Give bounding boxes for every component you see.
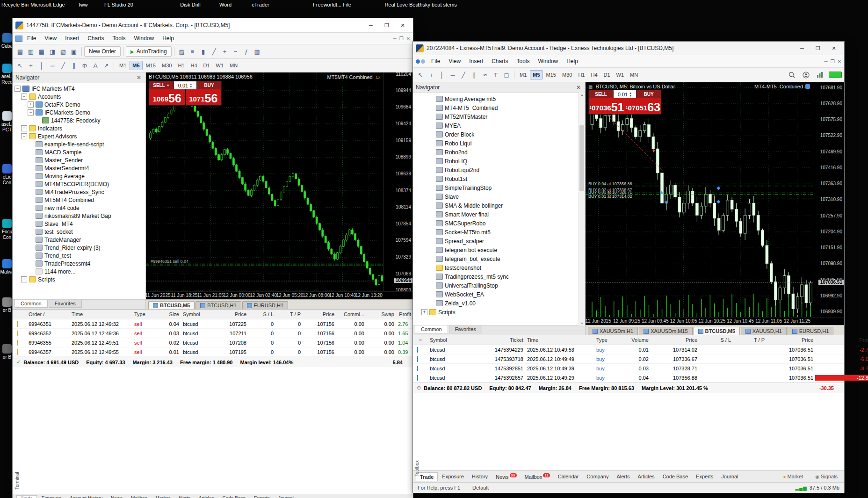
mt5-chart-tab-xauusd-h1[interactable]: XAUUSD,H1 bbox=[741, 327, 787, 335]
lot-stepper-icon[interactable]: ▲▼ bbox=[629, 92, 632, 97]
mt4-nav-item-master-sender[interactable]: Master_Sender bbox=[14, 156, 139, 164]
mt4-nav-item-mt4mt5copier-demo[interactable]: MT4MT5COPIER(DEMO) bbox=[14, 180, 139, 188]
column-header-symbol[interactable]: Symbol bbox=[181, 311, 216, 317]
column-header-type[interactable]: Type bbox=[594, 337, 621, 343]
mt4-terminal-tab-mailbox[interactable]: Mailbox bbox=[127, 495, 151, 498]
mt5-titlebar[interactable]: 207224084 - Exness-MT5Trial9: Demo Accou… bbox=[413, 42, 844, 55]
table-row[interactable]: btcusd14753942292025.06.12 10:49:53buy0.… bbox=[413, 345, 844, 354]
desktop-icon-microsoft-edge[interactable]: Microsoft Edge bbox=[28, 2, 68, 8]
mt4-buy-button[interactable]: BUY bbox=[197, 81, 221, 89]
mdi-restore-icon[interactable]: ❐ bbox=[399, 36, 404, 41]
horizontal-line-icon[interactable]: ─ bbox=[47, 60, 58, 71]
scroll-up-icon[interactable]: ▲ bbox=[579, 93, 585, 96]
mt5-price-axis[interactable]: 107681.90107628.90107575.90107522.901074… bbox=[813, 82, 844, 317]
mt5-nav-item-socket-mt5to-mt5[interactable]: Socket-MT5to mt5 bbox=[414, 228, 579, 237]
mt4-nav-item-trend-test[interactable]: Trend_test bbox=[14, 252, 139, 260]
mt5-maximize-button[interactable]: ❐ bbox=[810, 43, 825, 53]
column-header-volume[interactable]: Volume bbox=[621, 337, 651, 343]
indicators-icon[interactable]: ƒ bbox=[241, 46, 252, 57]
ea-icon[interactable] bbox=[805, 84, 810, 89]
templates-icon[interactable]: ▥ bbox=[252, 46, 262, 57]
mt4-chart-tab-eurusd-h1[interactable]: EURUSD,H1 bbox=[242, 301, 289, 309]
mt4-nav-item-moving-average[interactable]: Moving Average bbox=[14, 172, 139, 180]
mt5-nav-item-telegram-bot-execute[interactable]: telegram_bot_execute bbox=[414, 254, 579, 263]
mt5-menu-tools[interactable]: Tools bbox=[513, 57, 534, 65]
mt4-nav-item-mastersendermt4[interactable]: MasterSendermt4 bbox=[14, 164, 139, 172]
mt5-sell-price[interactable]: 10703651 bbox=[589, 98, 625, 114]
mdi-minimize-icon[interactable]: ─ bbox=[393, 36, 397, 41]
mt5-nav-item-myea[interactable]: MYEA bbox=[414, 121, 579, 130]
desktop-icon-fl-studio-20[interactable]: FL Studio 20 bbox=[99, 2, 139, 8]
lot-stepper-icon[interactable]: ▲▼ bbox=[189, 83, 192, 88]
column-header-ticket[interactable]: Ticket bbox=[475, 337, 525, 343]
mt5-minimize-button[interactable]: ─ bbox=[795, 43, 810, 53]
column-header-time[interactable]: Time bbox=[70, 311, 132, 317]
mt5-nav-item-universaltrailingstop[interactable]: UniversalTrailingStop bbox=[414, 281, 579, 290]
timeframe-mn[interactable]: MN bbox=[227, 61, 240, 70]
scroll-down-icon[interactable]: ▼ bbox=[579, 322, 585, 325]
desktop-icon-disk-drill[interactable]: Disk Drill bbox=[170, 2, 210, 8]
desktop-icon-word[interactable]: Word bbox=[205, 2, 246, 8]
mt5-menu-window[interactable]: Window bbox=[535, 57, 562, 65]
mt5-toolbox-tab-news[interactable]: News99 bbox=[492, 472, 520, 481]
mt4-terminal-tab-market[interactable]: Market bbox=[152, 495, 174, 498]
mt5-toolbox-tab-exposure[interactable]: Exposure bbox=[438, 472, 467, 481]
mt4-navigator-tab-common[interactable]: Common bbox=[14, 300, 48, 308]
mt4-nav-item-1447758-feodosky[interactable]: 1447758: Feodosky bbox=[14, 116, 139, 124]
mt4-navigator-tab-favorites[interactable]: Favorites bbox=[49, 300, 82, 308]
terminal-icon[interactable]: ▣ bbox=[69, 46, 79, 57]
mt5-nav-item-order-block[interactable]: Order Block bbox=[414, 130, 579, 139]
mt4-nav-item-scripts[interactable]: +Scripts bbox=[14, 275, 139, 283]
mt4-lot-size-input[interactable]: 0.01 ▲▼ bbox=[174, 81, 197, 89]
trendline-icon[interactable]: ╱ bbox=[58, 60, 68, 71]
mt5-toolbox-tab-signals[interactable]: ◉Signals bbox=[811, 472, 841, 481]
mt5-toolbox-tab-company[interactable]: Company bbox=[583, 472, 612, 481]
table-row[interactable]: 699463522025.06.12 12:49:36sell0.03btcus… bbox=[13, 329, 413, 338]
depth-chart-icon[interactable] bbox=[815, 70, 825, 80]
mt5-navigator-scrollbar[interactable]: ▲ ▼ bbox=[579, 93, 585, 325]
mt5-menu-charts[interactable]: Charts bbox=[488, 57, 512, 65]
timeframe-m1[interactable]: M1 bbox=[116, 61, 129, 70]
mt4-nav-item-expert-advisors[interactable]: −Expert Advisors bbox=[14, 132, 139, 140]
column-header-price[interactable]: Price bbox=[767, 337, 815, 343]
mt5-nav-item-testscreenshot[interactable]: testscreenshot bbox=[414, 263, 579, 272]
desktop-icon-freeworldt-file[interactable]: Freeworldt... File bbox=[312, 2, 352, 8]
mt4-titlebar[interactable]: 1447758: IFCMarkets-Demo - Demo Account … bbox=[13, 18, 413, 33]
mt5-time-axis[interactable]: 12 Jun 202512 Jun 09:2512 Jun 09:4512 Ju… bbox=[586, 317, 844, 325]
mt4-maximize-button[interactable]: ❐ bbox=[379, 21, 394, 30]
status-profile[interactable]: Default bbox=[472, 485, 501, 491]
mt5-menu-view[interactable]: View bbox=[445, 57, 464, 65]
mt4-nav-item-mt4tradeprozess-sync[interactable]: Mt4TradeProzess_Sync bbox=[14, 188, 139, 196]
vertical-line-icon[interactable]: │ bbox=[36, 60, 47, 71]
timeframe-m15[interactable]: M15 bbox=[543, 70, 559, 79]
mt5-nav-item-telegram-bot-execute[interactable]: telegram bot execute bbox=[414, 245, 579, 254]
mt5-menu-insert[interactable]: Insert bbox=[465, 57, 487, 65]
timeframe-m5[interactable]: M5 bbox=[530, 70, 542, 79]
mt5-chart-tab-eurusd-h1[interactable]: EURUSD,H1 bbox=[788, 327, 834, 335]
timeframe-mn[interactable]: MN bbox=[627, 70, 641, 79]
mt4-menu-charts[interactable]: Charts bbox=[84, 34, 108, 43]
table-row[interactable]: 699463552025.06.12 12:49:51sell0.02btcus… bbox=[13, 338, 413, 347]
mdi-close-icon[interactable]: ✕ bbox=[838, 59, 841, 64]
timeframe-m1[interactable]: M1 bbox=[517, 70, 529, 79]
mt5-nav-item-robo-liqui[interactable]: Robo Liqui bbox=[414, 139, 579, 148]
timeframe-h1[interactable]: H1 bbox=[175, 61, 187, 70]
new-chart-icon[interactable]: ▤ bbox=[15, 46, 25, 57]
cursor-icon[interactable]: ↖ bbox=[15, 60, 25, 71]
mt5-toolbox-tab-mailbox[interactable]: Mailbox11 bbox=[521, 472, 554, 481]
column-header-order[interactable]: Order / bbox=[27, 311, 70, 317]
account-icon[interactable] bbox=[801, 70, 811, 80]
mt5-chart-tab-btcusd-m5[interactable]: BTCUSD,M5 bbox=[694, 327, 740, 335]
text-icon[interactable]: A bbox=[90, 60, 101, 71]
mt4-sell-price[interactable]: 106956 bbox=[149, 89, 185, 105]
mt5-navigator-tab-common[interactable]: Common bbox=[415, 325, 448, 333]
mt5-buy-button[interactable]: BUY bbox=[637, 90, 661, 98]
mt5-menu-file[interactable]: File bbox=[427, 57, 444, 65]
mt4-time-axis[interactable]: 11 Jun 202511 Jun 18:2511 Jun 21:0512 Ju… bbox=[146, 291, 413, 299]
column-header-t-p[interactable]: T / P bbox=[275, 311, 303, 317]
mt5-chart-tab-xauusdm-m15[interactable]: XAUUSDm,M15 bbox=[639, 327, 692, 335]
desktop-icon-ctrader[interactable]: cTrader bbox=[240, 2, 281, 8]
crosshair-icon[interactable]: + bbox=[426, 70, 436, 80]
mt5-nav-item-sma-middle-bollinger[interactable]: SMA & Middle bollinger bbox=[414, 201, 579, 210]
mt4-nav-item-slave-mt4[interactable]: Slave_MT4 bbox=[14, 220, 139, 228]
